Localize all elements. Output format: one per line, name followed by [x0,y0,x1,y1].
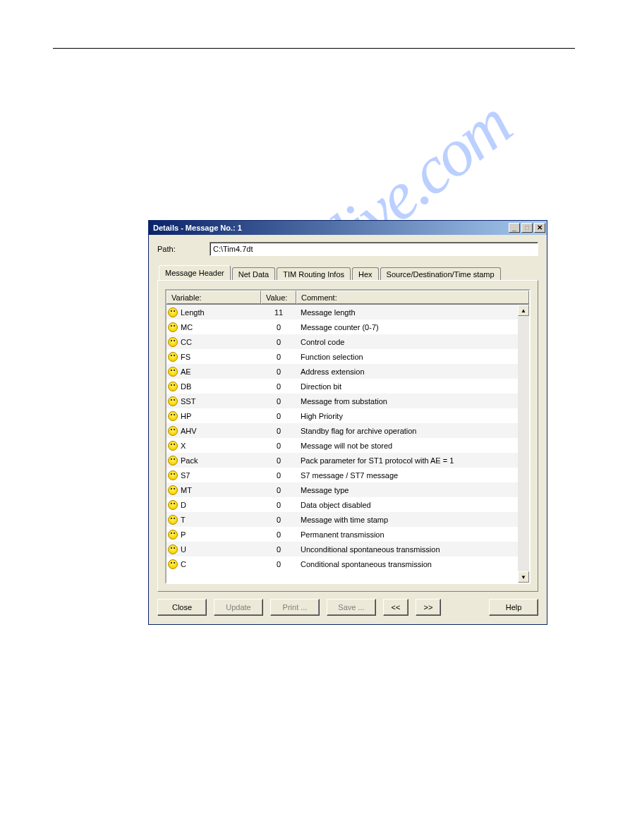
table-row[interactable]: DB0Direction bit [166,379,518,394]
column-variable[interactable]: Variable: [166,291,261,304]
row-value: 0 [261,560,296,568]
smiley-icon [168,441,178,451]
row-comment: Data object disabled [296,501,518,509]
print-button[interactable]: Print ... [270,599,320,616]
tab-hex[interactable]: Hex [352,267,379,281]
row-comment: S7 message / ST7 message [296,471,518,480]
row-variable: Length [181,308,205,317]
row-comment: Unconditional spontaneous transmission [296,545,518,554]
column-value[interactable]: Value: [261,291,296,304]
row-variable: HP [181,412,191,420]
row-variable: D [181,501,186,509]
table-row[interactable]: P0Permanent transmission [166,527,518,542]
scroll-track[interactable] [518,316,529,571]
smiley-icon [168,322,178,332]
table-row[interactable]: C0Conditional spontaneous transmission [166,556,518,571]
tab-strip: Message Header Net Data TIM Routing Info… [157,264,538,280]
scroll-up-button[interactable]: ▲ [518,305,529,316]
smiley-icon [168,426,178,436]
minimize-button[interactable]: _ [509,223,520,233]
table-row[interactable]: FS0Function selection [166,349,518,364]
smiley-icon [168,382,178,391]
window-controls: _ □ ✕ [507,223,545,233]
titlebar[interactable]: Details - Message No.: 1 _ □ ✕ [149,221,547,235]
page-top-rule [53,48,575,49]
table-row[interactable]: MT0Message type [166,482,518,497]
smiley-icon [168,500,178,510]
row-value: 0 [261,427,296,435]
table-row[interactable]: SST0Message from substation [166,394,518,408]
row-variable: SST [181,397,195,406]
smiley-icon [168,456,178,465]
close-window-button[interactable]: ✕ [534,223,545,233]
row-variable: FS [181,353,190,361]
scroll-down-button[interactable]: ▼ [518,571,529,583]
row-value: 0 [261,442,296,450]
list-header: Variable: Value: Comment: [166,291,529,305]
vertical-scrollbar[interactable]: ▲ ▼ [518,305,529,583]
row-value: 0 [261,397,296,406]
next-button[interactable]: >> [416,599,441,616]
tab-message-header[interactable]: Message Header [159,265,231,280]
row-variable: P [181,530,186,539]
row-variable: T [181,516,186,524]
row-comment: Message with time stamp [296,516,518,524]
close-button[interactable]: Close [157,599,207,616]
row-value: 0 [261,501,296,509]
tab-panel: Variable: Value: Comment: Length11Messag… [157,280,538,592]
row-value: 0 [261,530,296,539]
row-value: 0 [261,338,296,346]
smiley-icon [168,559,178,569]
row-comment: Function selection [296,353,518,361]
tab-tim-routing[interactable]: TIM Routing Infos [277,267,351,281]
row-comment: Conditional spontaneous transmission [296,560,518,568]
table-row[interactable]: MC0Message counter (0-7) [166,319,518,334]
save-button[interactable]: Save ... [327,599,376,616]
smiley-icon [168,396,178,406]
tab-net-data[interactable]: Net Data [232,267,275,281]
smiley-icon [168,367,178,377]
row-variable: MT [181,486,192,494]
table-row[interactable]: T0Message with time stamp [166,512,518,527]
row-variable: AHV [181,427,197,435]
prev-button[interactable]: << [383,599,408,616]
row-value: 0 [261,516,296,524]
column-comment[interactable]: Comment: [296,291,529,304]
row-comment: Control code [296,338,518,346]
help-button[interactable]: Help [489,599,538,616]
row-value: 0 [261,382,296,391]
row-value: 0 [261,471,296,480]
table-row[interactable]: S70S7 message / ST7 message [166,468,518,482]
table-row[interactable]: HP0High Priority [166,408,518,423]
update-button[interactable]: Update [214,599,263,616]
smiley-icon [168,352,178,362]
tab-source-dest-time[interactable]: Source/Destination/Time stamp [380,267,501,281]
row-comment: Message length [296,308,518,317]
smiley-icon [168,485,178,495]
list-view: Variable: Value: Comment: Length11Messag… [165,289,531,584]
table-row[interactable]: Length11Message length [166,305,518,319]
table-row[interactable]: X0Message will not be stored [166,438,518,453]
row-variable: X [181,442,186,450]
table-row[interactable]: CC0Control code [166,334,518,349]
smiley-icon [168,411,178,421]
smiley-icon [168,530,178,540]
smiley-icon [168,470,178,480]
path-label: Path: [157,245,210,253]
smiley-icon [168,337,178,347]
row-comment: Pack parameter for ST1 protocol with AE … [296,456,518,465]
row-value: 0 [261,367,296,376]
table-row[interactable]: D0Data object disabled [166,497,518,512]
maximize-button[interactable]: □ [521,223,533,233]
path-field[interactable]: C:\Tim4.7dt [210,242,538,256]
table-row[interactable]: AE0Address extension [166,364,518,379]
smiley-icon [168,308,178,317]
table-row[interactable]: AHV0Standby flag for archive operation [166,423,518,438]
row-variable: C [181,560,186,568]
table-row[interactable]: U0Unconditional spontaneous transmission [166,542,518,556]
table-row[interactable]: Pack0Pack parameter for ST1 protocol wit… [166,453,518,468]
row-comment: High Priority [296,412,518,420]
client-area: Path: C:\Tim4.7dt Message Header Net Dat… [149,235,547,624]
button-row: Close Update Print ... Save ... << >> He… [157,599,538,616]
row-variable: DB [181,382,191,391]
